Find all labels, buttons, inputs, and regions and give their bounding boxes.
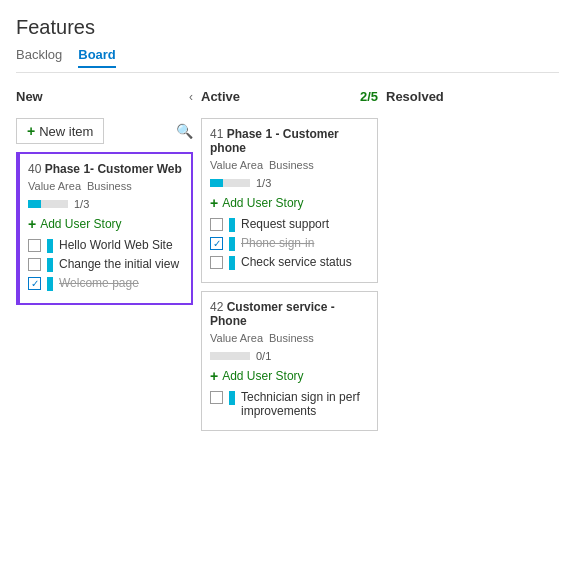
card-40-id: 40	[28, 162, 45, 176]
card-41-value: Business	[269, 159, 314, 171]
new-item-label: New item	[39, 124, 93, 139]
card-40-progress-bg	[28, 200, 68, 208]
card-41-header: 41 Phase 1 - Customer phone	[210, 127, 369, 155]
story-3-label: Welcome page	[59, 276, 183, 290]
add-story-42-label: Add User Story	[222, 369, 303, 383]
story-41-3-bar	[229, 256, 235, 270]
card-40-progress-fill	[28, 200, 41, 208]
new-item-button[interactable]: + New item	[16, 118, 104, 144]
story-41-3-label: Check service status	[241, 255, 369, 269]
story-41-2-checkbox[interactable]	[210, 237, 223, 250]
add-story-42-plus-icon: +	[210, 368, 218, 384]
card-42-progress-wrap: 0/1	[210, 350, 369, 362]
story-2-checkbox[interactable]	[28, 258, 41, 271]
card-41-progress-bg	[210, 179, 250, 187]
card-42-progress-bg	[210, 352, 250, 360]
story-3-bar	[47, 277, 53, 291]
card-41-id: 41	[210, 127, 227, 141]
page-title: Features	[16, 16, 559, 39]
search-button[interactable]: 🔍	[176, 123, 193, 139]
card-40-title: Phase 1- Customer Web	[45, 162, 182, 176]
story-41-1: Request support	[210, 217, 369, 232]
card-40-value: Business	[87, 180, 132, 192]
card-41-title: Phase 1 - Customer phone	[210, 127, 339, 155]
column-active: Active 2/5 41 Phase 1 - Customer phone V…	[201, 89, 386, 439]
story-42-1-checkbox[interactable]	[210, 391, 223, 404]
column-resolved-header: Resolved	[386, 89, 559, 108]
story-item-3: Welcome page	[28, 276, 183, 291]
column-new-header: New ‹	[16, 89, 193, 108]
story-1-bar	[47, 239, 53, 253]
story-item-2: Change the initial view	[28, 257, 183, 272]
story-41-1-label: Request support	[241, 217, 369, 231]
card-42-header: 42 Customer service - Phone	[210, 300, 369, 328]
card-40-progress-label: 1/3	[74, 198, 89, 210]
story-41-2: Phone sign-in	[210, 236, 369, 251]
card-41-meta: Value Area Business	[210, 159, 369, 171]
add-story-41-plus-icon: +	[210, 195, 218, 211]
card-41-progress-fill	[210, 179, 223, 187]
story-41-1-bar	[229, 218, 235, 232]
nav-tabs: Backlog Board	[16, 47, 559, 73]
story-42-1: Technician sign in perf improvements	[210, 390, 369, 418]
tab-board[interactable]: Board	[78, 47, 116, 68]
tab-backlog[interactable]: Backlog	[16, 47, 62, 68]
card-40-add-story[interactable]: + Add User Story	[28, 216, 183, 232]
column-resolved: Resolved	[386, 89, 559, 439]
card-41-value-label: Value Area	[210, 159, 263, 171]
story-42-1-bar	[229, 391, 235, 405]
story-2-label: Change the initial view	[59, 257, 183, 271]
card-40: 40 Phase 1- Customer Web Value Area Busi…	[16, 152, 193, 305]
card-40-value-label: Value Area	[28, 180, 81, 192]
add-story-plus-icon: +	[28, 216, 36, 232]
column-active-header: Active 2/5	[201, 89, 378, 108]
card-40-header: 40 Phase 1- Customer Web	[28, 162, 183, 176]
card-40-meta: Value Area Business	[28, 180, 183, 192]
story-41-3: Check service status	[210, 255, 369, 270]
collapse-new-arrow[interactable]: ‹	[189, 90, 193, 104]
card-42-value-label: Value Area	[210, 332, 263, 344]
card-42-progress-label: 0/1	[256, 350, 271, 362]
column-new-title: New	[16, 89, 43, 104]
story-41-3-checkbox[interactable]	[210, 256, 223, 269]
card-42-title: Customer service - Phone	[210, 300, 335, 328]
card-42-add-story[interactable]: + Add User Story	[210, 368, 369, 384]
card-41-add-story[interactable]: + Add User Story	[210, 195, 369, 211]
new-item-row: + New item 🔍	[16, 118, 193, 144]
card-42-meta: Value Area Business	[210, 332, 369, 344]
story-item-1: Hello World Web Site	[28, 238, 183, 253]
card-41-progress-wrap: 1/3	[210, 177, 369, 189]
card-41-progress-label: 1/3	[256, 177, 271, 189]
add-story-41-label: Add User Story	[222, 196, 303, 210]
card-41: 41 Phase 1 - Customer phone Value Area B…	[201, 118, 378, 283]
column-active-title: Active	[201, 89, 240, 104]
story-3-checkbox[interactable]	[28, 277, 41, 290]
column-active-count: 2/5	[360, 89, 378, 104]
card-40-progress-wrap: 1/3	[28, 198, 183, 210]
column-new: New ‹ + New item 🔍 40 Phase 1- Customer …	[16, 89, 201, 439]
search-icon: 🔍	[176, 123, 193, 139]
story-41-1-checkbox[interactable]	[210, 218, 223, 231]
story-42-1-label: Technician sign in perf improvements	[241, 390, 369, 418]
story-41-2-label: Phone sign-in	[241, 236, 369, 250]
card-42-value: Business	[269, 332, 314, 344]
column-resolved-title: Resolved	[386, 89, 444, 104]
board: New ‹ + New item 🔍 40 Phase 1- Customer …	[16, 89, 559, 439]
story-1-checkbox[interactable]	[28, 239, 41, 252]
card-42-id: 42	[210, 300, 227, 314]
card-42: 42 Customer service - Phone Value Area B…	[201, 291, 378, 431]
add-story-label: Add User Story	[40, 217, 121, 231]
story-41-2-bar	[229, 237, 235, 251]
plus-icon: +	[27, 123, 35, 139]
story-2-bar	[47, 258, 53, 272]
story-1-label: Hello World Web Site	[59, 238, 183, 252]
